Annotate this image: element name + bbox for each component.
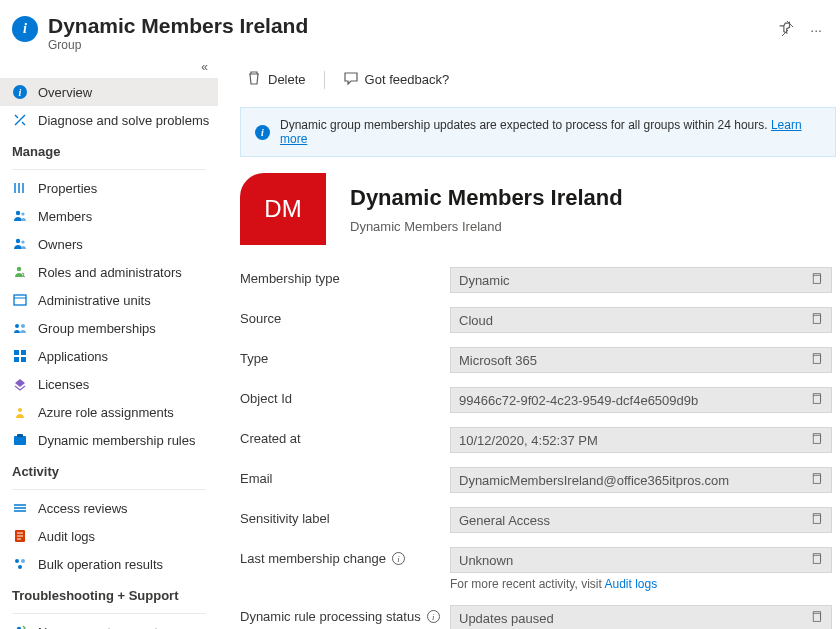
applications-icon bbox=[12, 348, 28, 364]
svg-rect-24 bbox=[813, 435, 820, 443]
svg-rect-23 bbox=[813, 395, 820, 403]
svg-point-2 bbox=[16, 239, 20, 243]
prop-value: Cloud bbox=[459, 313, 493, 328]
dynamic-rules-icon bbox=[12, 432, 28, 448]
svg-rect-21 bbox=[813, 315, 820, 323]
page-subtitle: Group bbox=[48, 38, 768, 52]
sidebar-item-overview[interactable]: i Overview bbox=[0, 78, 218, 106]
info-icon[interactable]: i bbox=[392, 552, 405, 565]
prop-value: Microsoft 365 bbox=[459, 353, 537, 368]
copy-icon[interactable] bbox=[810, 432, 823, 448]
copy-icon[interactable] bbox=[810, 472, 823, 488]
divider bbox=[12, 169, 206, 170]
prop-value: Unknown bbox=[459, 553, 513, 568]
sidebar-item-azure-roles[interactable]: Azure role assignments bbox=[0, 398, 218, 426]
svg-point-17 bbox=[21, 559, 25, 563]
sidebar-item-label: Azure role assignments bbox=[38, 405, 210, 420]
separator bbox=[324, 71, 325, 89]
sidebar-item-dynamic-rules[interactable]: Dynamic membership rules bbox=[0, 426, 218, 454]
sidebar-item-group-memberships[interactable]: Group memberships bbox=[0, 314, 218, 342]
more-icon[interactable]: ··· bbox=[810, 22, 822, 38]
prop-sensitivity: Sensitivity label General Access bbox=[240, 507, 832, 533]
svg-rect-26 bbox=[813, 515, 820, 523]
prop-object-id: Object Id 99466c72-9f02-4c23-9549-dcf4e6… bbox=[240, 387, 832, 413]
sidebar-item-label: Roles and administrators bbox=[38, 265, 210, 280]
sidebar-item-label: Overview bbox=[38, 85, 210, 100]
sidebar-item-access-reviews[interactable]: Access reviews bbox=[0, 494, 218, 522]
svg-rect-22 bbox=[813, 355, 820, 363]
members-icon bbox=[12, 208, 28, 224]
svg-rect-8 bbox=[14, 350, 19, 355]
copy-icon[interactable] bbox=[810, 272, 823, 288]
prop-label: Sensitivity label bbox=[240, 507, 450, 526]
sidebar-item-label: Licenses bbox=[38, 377, 210, 392]
feedback-button[interactable]: Got feedback? bbox=[337, 66, 456, 93]
svg-point-18 bbox=[18, 565, 22, 569]
collapse-icon[interactable]: « bbox=[0, 60, 218, 78]
prop-email: Email DynamicMembersIreland@office365itp… bbox=[240, 467, 832, 493]
admin-units-icon bbox=[12, 292, 28, 308]
sidebar-item-members[interactable]: Members bbox=[0, 202, 218, 230]
group-hero: DM Dynamic Members Ireland Dynamic Membe… bbox=[240, 173, 840, 245]
delete-button[interactable]: Delete bbox=[240, 66, 312, 93]
copy-icon[interactable] bbox=[810, 552, 823, 568]
info-icon[interactable]: i bbox=[427, 610, 440, 623]
azure-roles-icon bbox=[12, 404, 28, 420]
sidebar-item-owners[interactable]: Owners bbox=[0, 230, 218, 258]
sidebar-item-admin-units[interactable]: Administrative units bbox=[0, 286, 218, 314]
sidebar-item-properties[interactable]: Properties bbox=[0, 174, 218, 202]
group-memberships-icon bbox=[12, 320, 28, 336]
prop-value: General Access bbox=[459, 513, 550, 528]
support-icon bbox=[12, 624, 28, 629]
copy-icon[interactable] bbox=[810, 312, 823, 328]
sidebar-item-label: Dynamic membership rules bbox=[38, 433, 210, 448]
copy-icon[interactable] bbox=[810, 610, 823, 626]
copy-icon[interactable] bbox=[810, 392, 823, 408]
sidebar-item-label: Bulk operation results bbox=[38, 557, 210, 572]
banner-text: Dynamic group membership updates are exp… bbox=[280, 118, 771, 132]
info-banner: i Dynamic group membership updates are e… bbox=[240, 107, 836, 157]
pin-icon[interactable] bbox=[778, 20, 794, 39]
button-label: Delete bbox=[268, 72, 306, 87]
sidebar-item-label: Applications bbox=[38, 349, 210, 364]
hint-text: For more recent activity, visit bbox=[450, 577, 604, 591]
svg-point-0 bbox=[16, 211, 20, 215]
prop-last-change: Last membership changei Unknown For more… bbox=[240, 547, 832, 591]
sidebar-item-label: Audit logs bbox=[38, 529, 210, 544]
sidebar-item-applications[interactable]: Applications bbox=[0, 342, 218, 370]
svg-rect-28 bbox=[813, 613, 820, 621]
prop-value: 10/12/2020, 4:52:37 PM bbox=[459, 433, 598, 448]
owners-icon bbox=[12, 236, 28, 252]
feedback-icon bbox=[343, 70, 359, 89]
audit-logs-icon bbox=[12, 528, 28, 544]
svg-point-12 bbox=[18, 408, 22, 412]
group-initials: DM bbox=[264, 195, 301, 223]
copy-icon[interactable] bbox=[810, 512, 823, 528]
button-label: Got feedback? bbox=[365, 72, 450, 87]
sidebar-item-support[interactable]: New support request bbox=[0, 618, 218, 629]
svg-rect-20 bbox=[813, 275, 820, 283]
svg-rect-10 bbox=[14, 357, 19, 362]
page-header: i Dynamic Members Ireland Group ··· bbox=[0, 0, 840, 58]
sidebar-item-label: Members bbox=[38, 209, 210, 224]
sidebar-item-bulk-results[interactable]: Bulk operation results bbox=[0, 550, 218, 578]
svg-rect-13 bbox=[14, 436, 26, 445]
prop-value: Updates paused bbox=[459, 611, 554, 626]
prop-created: Created at 10/12/2020, 4:52:37 PM bbox=[240, 427, 832, 453]
copy-icon[interactable] bbox=[810, 352, 823, 368]
prop-label: Email bbox=[240, 467, 450, 486]
sidebar-item-roles[interactable]: Roles and administrators bbox=[0, 258, 218, 286]
audit-logs-link[interactable]: Audit logs bbox=[604, 577, 657, 591]
svg-rect-5 bbox=[14, 295, 26, 305]
group-avatar: DM bbox=[240, 173, 326, 245]
page-title: Dynamic Members Ireland bbox=[48, 14, 768, 38]
sidebar-item-audit-logs[interactable]: Audit logs bbox=[0, 522, 218, 550]
properties-grid: Membership type Dynamic Source Cloud Typ… bbox=[240, 267, 840, 629]
prop-label: Type bbox=[240, 347, 450, 366]
sidebar-item-diagnose[interactable]: Diagnose and solve problems bbox=[0, 106, 218, 134]
svg-point-4 bbox=[17, 267, 21, 271]
main-panel: Delete Got feedback? i Dynamic group mem… bbox=[218, 58, 840, 629]
prop-value: 99466c72-9f02-4c23-9549-dcf4e6509d9b bbox=[459, 393, 698, 408]
prop-membership-type: Membership type Dynamic bbox=[240, 267, 832, 293]
sidebar-item-licenses[interactable]: Licenses bbox=[0, 370, 218, 398]
